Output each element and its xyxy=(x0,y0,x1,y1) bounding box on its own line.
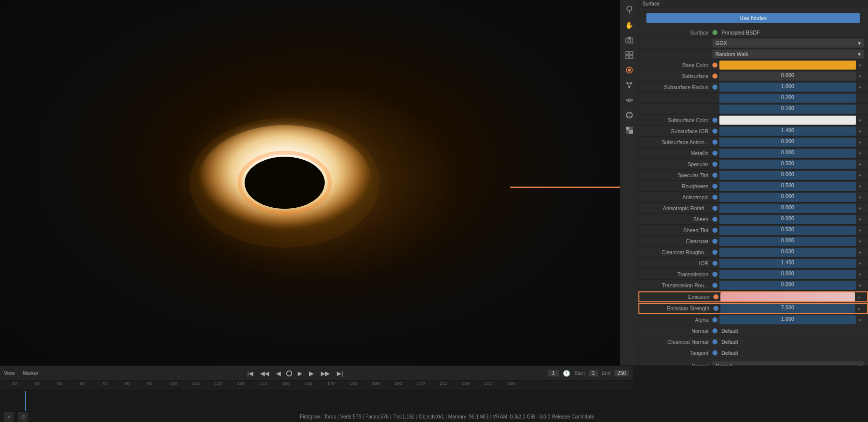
alpha-dot[interactable] xyxy=(712,317,717,322)
metallic-arrow[interactable]: ▸ xyxy=(856,149,864,157)
anisotropic-rotati-arrow[interactable]: ▸ xyxy=(856,204,864,212)
toolbar-ring-icon[interactable] xyxy=(622,108,636,122)
clearcoat-normal-dot[interactable] xyxy=(712,339,717,344)
anisotropic-value[interactable]: 0.000 xyxy=(719,193,856,202)
specular-tint-arrow[interactable]: ▸ xyxy=(856,171,864,179)
transmission-value[interactable]: 0.000 xyxy=(719,270,856,279)
ior-arrow[interactable]: ▸ xyxy=(856,259,864,267)
ior-dot[interactable] xyxy=(712,261,717,266)
toolbar-cursor-icon[interactable] xyxy=(622,3,636,17)
clearcoat-roughn-dot[interactable] xyxy=(712,250,717,255)
clearcoat-roughn-value[interactable]: 0.030 xyxy=(719,248,856,257)
go-to-end-button[interactable]: ▶| xyxy=(335,369,344,378)
toolbar-hand-icon[interactable]: ✋ xyxy=(622,18,636,32)
status-left-icon[interactable]: ≡ xyxy=(4,412,14,422)
normal-blend-chevron: ▾ xyxy=(858,363,861,366)
transmission-rou-dot[interactable] xyxy=(712,283,717,288)
subsurface-anisot-dot[interactable] xyxy=(712,140,717,145)
specular-dot[interactable] xyxy=(712,162,717,167)
transmission-rou-arrow[interactable]: ▸ xyxy=(856,281,864,289)
specular-value[interactable]: 0.500 xyxy=(719,160,856,169)
current-frame-field[interactable]: 1 xyxy=(548,370,559,376)
toolbar-checkerboard-icon[interactable] xyxy=(622,123,636,137)
transmission-rou-value[interactable]: 0.000 xyxy=(719,281,856,290)
base-color-swatch[interactable] xyxy=(719,61,856,70)
ggx-dropdown[interactable]: GGX ▾ xyxy=(712,39,864,48)
status-time-icon[interactable]: ⏱ xyxy=(18,412,28,422)
prev-keyframe-button[interactable]: ◀◀ xyxy=(259,369,271,378)
sheen-arrow[interactable]: ▸ xyxy=(856,215,864,223)
alpha-value[interactable]: 1.000 xyxy=(719,315,856,324)
sheen-dot[interactable] xyxy=(712,217,717,222)
play-button[interactable]: ▶ xyxy=(296,369,304,378)
subsurface-color-swatch[interactable] xyxy=(719,116,856,125)
subsurface-color-dot[interactable] xyxy=(712,118,717,123)
normal-blend-dropdown[interactable]: Normal ▾ xyxy=(712,361,864,366)
alpha-arrow[interactable]: ▸ xyxy=(856,316,864,324)
anisotropic-rotati-dot[interactable] xyxy=(712,206,717,211)
metallic-dot[interactable] xyxy=(712,151,717,156)
start-frame-field[interactable]: 1 xyxy=(589,370,598,376)
toolbar-nodes-icon[interactable] xyxy=(622,78,636,92)
roughness-arrow[interactable]: ▸ xyxy=(856,182,864,190)
next-frame-button[interactable]: ▶ xyxy=(308,369,315,378)
subsurface-ior-value[interactable]: 1.400 xyxy=(719,127,856,136)
3d-viewport[interactable] xyxy=(0,0,633,365)
subsurface-radius-value[interactable]: 1.000 xyxy=(719,83,856,92)
emission-strength-dot[interactable] xyxy=(713,306,718,311)
metallic-value[interactable]: 0.000 xyxy=(719,149,856,158)
transmission-dot[interactable] xyxy=(712,272,717,277)
anisotropic-rotati-value[interactable]: 0.000 xyxy=(719,204,856,213)
subsurface-dot[interactable] xyxy=(712,74,717,79)
toolbar-material-icon[interactable] xyxy=(622,63,636,77)
clearcoat-value[interactable]: 0.000 xyxy=(719,237,856,246)
subsurface-radius-dot[interactable] xyxy=(712,85,717,90)
base-color-dot[interactable] xyxy=(712,63,717,68)
use-nodes-button[interactable]: Use Nodes xyxy=(646,13,860,23)
specular-arrow[interactable]: ▸ xyxy=(856,160,864,168)
subsurface-ior-arrow[interactable]: ▸ xyxy=(856,127,864,135)
subsurface-radius-b-value[interactable]: 0.100 xyxy=(719,105,856,114)
toolbar-eye-icon[interactable] xyxy=(622,93,636,107)
go-to-start-button[interactable]: |◀ xyxy=(246,369,255,378)
random-walk-dropdown[interactable]: Random Walk ▾ xyxy=(712,50,864,59)
base-color-arrow[interactable]: ▸ xyxy=(856,61,864,69)
end-frame-field[interactable]: 250 xyxy=(614,370,629,376)
subsurface-color-arrow[interactable]: ▸ xyxy=(856,116,864,124)
subsurface-ior-dot[interactable] xyxy=(712,129,717,134)
transmission-arrow[interactable]: ▸ xyxy=(856,270,864,278)
tangent-dot[interactable] xyxy=(712,350,717,355)
clearcoat-roughn-arrow[interactable]: ▸ xyxy=(856,248,864,256)
subsurface-radius-g-value[interactable]: 0.200 xyxy=(719,94,856,103)
emission-strength-value[interactable]: 7.500 xyxy=(720,304,855,313)
emission-strength-arrow[interactable]: ▸ xyxy=(855,304,863,312)
sheen-value[interactable]: 0.000 xyxy=(719,215,856,224)
anisotropic-dot[interactable] xyxy=(712,195,717,200)
specular-tint-value[interactable]: 0.000 xyxy=(719,171,856,180)
sheen-tint-arrow[interactable]: ▸ xyxy=(856,226,864,234)
anisotropic-arrow[interactable]: ▸ xyxy=(856,193,864,201)
sheen-tint-value[interactable]: 0.500 xyxy=(719,226,856,235)
subsurface-radius-arrow[interactable]: ▸ xyxy=(856,83,864,91)
emission-dot[interactable] xyxy=(713,294,718,299)
next-keyframe-button[interactable]: ▶▶ xyxy=(319,369,331,378)
sheen-tint-dot[interactable] xyxy=(712,228,717,233)
emission-strength-label: Emission Strength xyxy=(643,305,713,311)
emission-color-swatch[interactable] xyxy=(720,292,855,301)
subsurface-anisot-value[interactable]: 0.000 xyxy=(719,138,856,147)
clearcoat-arrow[interactable]: ▸ xyxy=(856,237,864,245)
clearcoat-dot[interactable] xyxy=(712,239,717,244)
specular-tint-dot[interactable] xyxy=(712,173,717,178)
subsurface-arrow[interactable]: ▸ xyxy=(856,72,864,80)
prev-frame-button[interactable]: ◀ xyxy=(275,369,282,378)
ior-value[interactable]: 1.450 xyxy=(719,259,856,268)
toolbar-grid-icon[interactable] xyxy=(622,48,636,62)
subsurface-row: Subsurface 0.000 ▸ xyxy=(638,71,868,82)
toolbar-camera-icon[interactable] xyxy=(622,33,636,47)
roughness-dot[interactable] xyxy=(712,184,717,189)
subsurface-anisot-arrow[interactable]: ▸ xyxy=(856,138,864,146)
normal-dot[interactable] xyxy=(712,328,717,333)
subsurface-value[interactable]: 0.000 xyxy=(719,72,856,81)
emission-arrow[interactable]: ▸ xyxy=(855,293,863,301)
roughness-value[interactable]: 0.500 xyxy=(719,182,856,191)
